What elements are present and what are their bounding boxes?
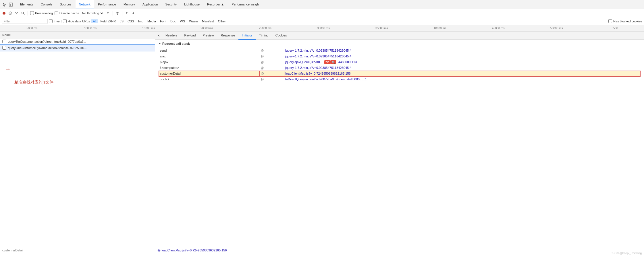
- mark-45000: 45000 ms: [469, 27, 527, 30]
- timeline-bar: 5000 ms 10000 ms 15000 ms 20000 ms 25000…: [0, 25, 644, 32]
- filter-bar: Invert Hide data URLs All Fetch/XHR JS C…: [0, 17, 644, 25]
- file-cell-4: loadClientMsg.js?v=0.7249850889632165:15…: [284, 71, 640, 76]
- request-name-1: queryOneCustomerByName.action?temp=0.823…: [8, 46, 153, 50]
- file-link-2b[interactable]: 64485009:113: [337, 60, 357, 64]
- watermark: CSDN @keep _ thinking: [610, 252, 642, 253]
- hide-data-urls-input[interactable]: [63, 19, 67, 23]
- file-link-4[interactable]: loadClientMsg.js?v=0.7249850889632165:15…: [286, 72, 351, 75]
- at-5: @: [259, 76, 284, 82]
- file-cell-5: toDirectQuery.action?sid=0077ba0...&menu…: [284, 76, 640, 82]
- tab-sources[interactable]: Sources: [56, 0, 75, 9]
- filter-doc[interactable]: Doc: [169, 19, 178, 23]
- filter-fetch-xhr[interactable]: Fetch/XHR: [99, 19, 117, 23]
- svg-line-7: [24, 13, 25, 15]
- tab-performance[interactable]: Performance: [95, 0, 119, 9]
- at-3: @: [259, 65, 284, 71]
- toolbar-icons: [2, 2, 13, 7]
- tab-memory[interactable]: Memory: [120, 0, 138, 9]
- call-stack-row-4: customerDetail @ loadClientMsg.js?v=0.72…: [159, 71, 641, 76]
- filter-font[interactable]: Font: [158, 19, 168, 23]
- call-stack-row-1: ajax @ jquery-1.7.2.min.js?v=0.093854751…: [159, 53, 641, 59]
- tab-headers[interactable]: Headers: [162, 32, 181, 40]
- tab-elements[interactable]: Elements: [17, 0, 37, 9]
- tab-timing[interactable]: Timing: [256, 32, 272, 40]
- tab-cookies[interactable]: Cookies: [272, 32, 290, 40]
- throttle-select[interactable]: No throttling: [81, 11, 104, 15]
- mark-25000: 25000 ms: [236, 27, 294, 30]
- has-blocked-cookies-checkbox[interactable]: Has blocked cookies: [608, 19, 642, 23]
- tab-response[interactable]: Response: [217, 32, 238, 40]
- close-details-button[interactable]: ×: [156, 33, 161, 38]
- search-badge: 🔍: [330, 60, 336, 64]
- disable-cache-checkbox[interactable]: Disable cache: [55, 11, 79, 15]
- divider-1: [28, 11, 28, 15]
- preserve-log-checkbox[interactable]: Preserve log: [30, 11, 53, 15]
- tab-lighthouse[interactable]: Lighthouse: [181, 0, 203, 9]
- file-cell-0: jquery-1.7.2.min.js?v=0.0938547511842604…: [284, 48, 640, 53]
- edit-badge: ⌥: [324, 60, 330, 64]
- request-checkbox-0[interactable]: [2, 40, 6, 43]
- file-link-overlay-2: jquery.ajaxQueue.js?v=0... ⌥ 🔍 64485009:…: [285, 60, 357, 64]
- has-blocked-cookies-input[interactable]: [608, 19, 612, 23]
- filter-js[interactable]: JS: [118, 19, 125, 23]
- func-onclick: onclick: [159, 76, 260, 82]
- func-dollar-ajax: $.ajax: [159, 59, 260, 65]
- expand-triangle-icon[interactable]: ▼: [159, 42, 161, 45]
- filter-icon[interactable]: [14, 11, 19, 15]
- file-link-5[interactable]: toDirectQuery.action?sid=0077ba0...&menu…: [285, 77, 367, 81]
- filter-ws[interactable]: WS: [178, 19, 187, 23]
- divider-3: [122, 11, 122, 15]
- filter-css[interactable]: CSS: [126, 19, 136, 23]
- tab-recorder[interactable]: Recorder ▲: [204, 0, 227, 9]
- filter-img[interactable]: Img: [136, 19, 145, 23]
- search-icon[interactable]: [21, 11, 25, 15]
- tab-payload[interactable]: Payload: [181, 32, 199, 40]
- file-link-2[interactable]: jquery.ajaxQueue.js?v=0...: [285, 60, 323, 64]
- tab-security[interactable]: Security: [162, 0, 180, 9]
- file-cell-2: jquery.ajaxQueue.js?v=0... ⌥ 🔍 64485009:…: [284, 59, 640, 65]
- svg-rect-0: [9, 3, 13, 6]
- func-ajax: ajax: [159, 53, 260, 59]
- filter-wasm[interactable]: Wasm: [187, 19, 200, 23]
- tab-console[interactable]: Console: [37, 0, 56, 9]
- request-item-1[interactable]: queryOneCustomerByName.action?temp=0.823…: [0, 45, 155, 51]
- tab-initiator[interactable]: Initiator: [238, 32, 256, 40]
- wifi-icon[interactable]: [115, 11, 120, 15]
- mark-5500: 5500: [586, 27, 644, 30]
- request-checkbox-1[interactable]: [2, 46, 6, 50]
- stop-button[interactable]: [8, 11, 13, 15]
- hide-data-urls-checkbox[interactable]: Hide data URLs: [63, 19, 90, 23]
- filter-manifest[interactable]: Manifest: [200, 19, 216, 23]
- record-button[interactable]: [2, 11, 6, 15]
- tab-preview[interactable]: Preview: [199, 32, 217, 40]
- tab-performance-insights[interactable]: Performance insigh: [228, 0, 262, 9]
- filter-input[interactable]: [2, 19, 48, 24]
- svg-point-3: [3, 12, 5, 15]
- upload-icon[interactable]: ⬆: [125, 11, 129, 15]
- filter-all[interactable]: All: [91, 19, 98, 23]
- request-item-0[interactable]: queryTerCustomer.action?direct=true&sid=…: [0, 38, 155, 45]
- filter-media[interactable]: Media: [146, 19, 158, 23]
- file-link-0[interactable]: jquery-1.7.2.min.js?v=0.0938547511842604…: [285, 49, 351, 52]
- call-stack-row-3: f.<computed> @ jquery-1.7.2.min.js?v=0.0…: [159, 65, 641, 71]
- throttle-dropdown-icon[interactable]: ▾: [106, 11, 110, 15]
- func-send: send: [159, 48, 260, 53]
- mark-10000: 10000 ms: [61, 27, 119, 30]
- tab-application[interactable]: Application: [139, 0, 161, 9]
- at-2: @: [259, 59, 284, 65]
- details-tabs: × Headers Payload Preview Response Initi…: [155, 32, 644, 40]
- file-cell-1: jquery-1.7.2.min.js?v=0.0938547511842604…: [284, 53, 640, 59]
- tab-network[interactable]: Network: [76, 0, 94, 9]
- invert-checkbox[interactable]: Invert: [49, 19, 62, 23]
- func-computed: f.<computed>: [159, 65, 260, 71]
- file-link-3[interactable]: jquery-1.7.2.min.js?v=0.0938547511842604…: [285, 66, 351, 69]
- invert-input[interactable]: [49, 19, 53, 23]
- file-link-1[interactable]: jquery-1.7.2.min.js?v=0.0938547511842604…: [285, 55, 351, 58]
- filter-other[interactable]: Other: [216, 19, 228, 23]
- requests-list: queryTerCustomer.action?direct=true&sid=…: [0, 38, 155, 247]
- cursor-icon[interactable]: [2, 2, 7, 7]
- panel-icon[interactable]: [9, 2, 13, 7]
- download-icon[interactable]: ⬇: [131, 11, 136, 15]
- disable-cache-input[interactable]: [55, 11, 58, 15]
- preserve-log-input[interactable]: [30, 11, 34, 15]
